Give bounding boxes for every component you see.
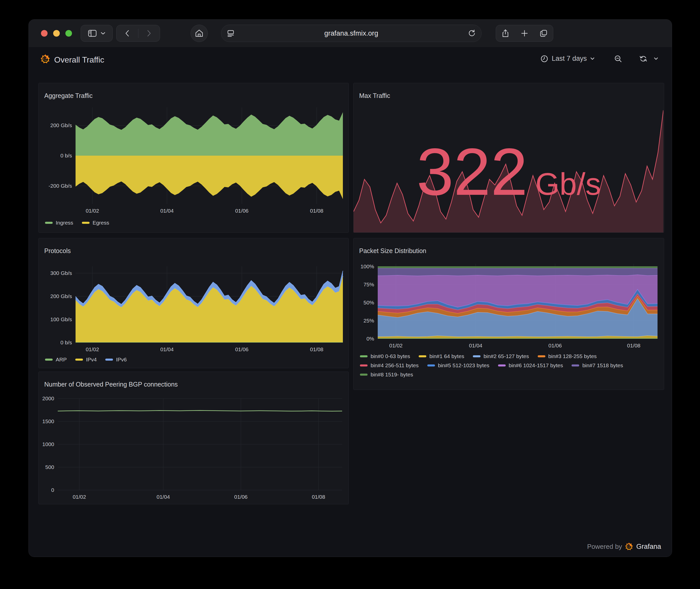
legend-label: bin#4 256-511 bytes <box>371 362 419 369</box>
tab-overview-button[interactable] <box>534 29 553 37</box>
new-tab-button[interactable] <box>515 30 534 37</box>
svg-text:01/08: 01/08 <box>312 494 325 500</box>
panel-title[interactable]: Aggregate Traffic <box>44 92 93 100</box>
legend-color-pill <box>75 359 83 361</box>
legend-color-pill <box>538 355 545 357</box>
home-button[interactable] <box>190 25 208 42</box>
grafana-page: Overall Traffic Last 7 days <box>29 47 672 557</box>
legend-item[interactable]: bin#2 65-127 bytes <box>473 353 529 359</box>
panel-packet-size-distribution: Packet Size Distribution 100%75%50%25%0%… <box>353 238 664 390</box>
powered-by-label: Powered by <box>587 543 622 551</box>
svg-text:01/02: 01/02 <box>86 208 99 214</box>
legend-color-pill <box>45 359 53 361</box>
svg-text:01/08: 01/08 <box>310 208 324 214</box>
forward-button[interactable] <box>138 30 160 37</box>
svg-text:01/04: 01/04 <box>160 346 174 352</box>
url-text[interactable]: grafana.sfmix.org <box>234 29 468 37</box>
reload-icon[interactable] <box>468 29 476 37</box>
browser-window: grafana.sfmix.org <box>28 19 672 557</box>
toolbar-actions <box>496 25 553 42</box>
legend-label: bin#5 512-1023 bytes <box>438 362 489 369</box>
legend-item[interactable]: IPv4 <box>75 357 97 363</box>
panel-protocols: Protocols 300 Gb/s200 Gb/s100 Gb/s0 b/s0… <box>38 238 349 368</box>
legend-color-pill <box>360 374 368 376</box>
svg-text:01/04: 01/04 <box>156 494 170 500</box>
legend-label: ARP <box>56 357 67 363</box>
legend-label: IPv4 <box>86 357 97 363</box>
legend-item[interactable]: ARP <box>45 357 67 363</box>
zoom-out-icon[interactable] <box>614 55 622 62</box>
dashboard-controls: Last 7 days <box>540 55 658 62</box>
svg-text:100%: 100% <box>360 263 374 269</box>
time-range-picker[interactable]: Last 7 days <box>540 55 594 62</box>
svg-text:0 b/s: 0 b/s <box>60 153 72 159</box>
legend-color-pill <box>82 222 90 224</box>
svg-text:0%: 0% <box>367 336 374 342</box>
legend-item[interactable]: Ingress <box>45 220 73 226</box>
page-format-icon[interactable] <box>227 29 234 37</box>
legend-color-pill <box>571 364 579 367</box>
legend-item[interactable]: bin#3 128-255 bytes <box>538 353 597 359</box>
svg-text:01/04: 01/04 <box>160 208 174 214</box>
legend-item[interactable]: bin#1 64 bytes <box>419 353 464 359</box>
svg-text:01/04: 01/04 <box>469 343 483 348</box>
svg-text:1000: 1000 <box>42 441 54 447</box>
legend-item[interactable]: bin#7 1518 bytes <box>571 362 623 369</box>
panel-title[interactable]: Number of Observed Peering BGP connectio… <box>44 381 178 388</box>
legend-item[interactable]: bin#8 1519- bytes <box>360 372 413 378</box>
back-button[interactable] <box>117 30 138 37</box>
plus-icon <box>521 30 528 37</box>
refresh-icon[interactable] <box>639 55 647 62</box>
svg-text:01/06: 01/06 <box>235 208 248 214</box>
dashboard-header: Overall Traffic Last 7 days <box>29 47 672 74</box>
url-bar[interactable]: grafana.sfmix.org <box>221 25 482 42</box>
home-icon <box>195 29 203 37</box>
grafana-logo-icon <box>40 54 50 64</box>
legend-color-pill <box>45 222 53 224</box>
packet-size-chart[interactable]: 100%75%50%25%0%01/0201/0401/0601/08 <box>354 238 664 350</box>
bgp-connections-chart[interactable]: 200015001000500001/0201/0401/0601/08 <box>39 372 348 504</box>
svg-text:01/06: 01/06 <box>234 494 248 500</box>
legend-item[interactable]: bin#4 256-511 bytes <box>360 362 419 369</box>
aggregate-traffic-chart[interactable]: 200 Gb/s0 b/s-200 Gb/s01/0201/0401/0601/… <box>39 83 348 215</box>
svg-text:200 Gb/s: 200 Gb/s <box>50 293 72 299</box>
aggregate-traffic-legend: IngressEgress <box>45 220 109 226</box>
panel-title[interactable]: Protocols <box>44 247 71 254</box>
sidebar-icon <box>88 29 97 37</box>
sidebar-toggle[interactable] <box>80 25 113 42</box>
dashboard-title: Overall Traffic <box>54 55 104 64</box>
legend-item[interactable]: bin#0 0-63 bytes <box>360 353 410 359</box>
minimize-window-button[interactable] <box>53 30 60 37</box>
stat-unit: Gb/s <box>535 166 601 202</box>
refresh-interval-dropdown-icon[interactable] <box>654 57 658 60</box>
chevron-down-icon <box>590 57 594 60</box>
svg-text:2000: 2000 <box>42 395 54 401</box>
legend-label: bin#1 64 bytes <box>429 353 464 359</box>
legend-item[interactable]: bin#6 1024-1517 bytes <box>498 362 563 369</box>
browser-toolbar: grafana.sfmix.org <box>29 20 672 47</box>
svg-text:500: 500 <box>45 464 54 470</box>
legend-item[interactable]: IPv6 <box>105 357 127 363</box>
svg-text:0: 0 <box>51 487 54 493</box>
powered-by-footer[interactable]: Powered by Grafana <box>587 543 661 551</box>
grafana-brand-label: Grafana <box>636 543 661 551</box>
legend-item[interactable]: Egress <box>82 220 109 226</box>
legend-color-pill <box>360 364 368 367</box>
share-button[interactable] <box>496 29 515 37</box>
time-range-label: Last 7 days <box>552 55 587 62</box>
panel-title[interactable]: Packet Size Distribution <box>359 247 426 254</box>
legend-label: bin#0 0-63 bytes <box>371 353 410 359</box>
protocols-chart[interactable]: 300 Gb/s200 Gb/s100 Gb/s0 b/s01/0201/040… <box>39 238 348 354</box>
legend-label: bin#8 1519- bytes <box>371 372 413 378</box>
panel-aggregate-traffic: Aggregate Traffic 200 Gb/s0 b/s-200 Gb/s… <box>38 83 349 233</box>
legend-label: bin#3 128-255 bytes <box>548 353 597 359</box>
close-window-button[interactable] <box>41 30 47 37</box>
panel-max-traffic: Max Traffic 322 Gb/s <box>353 83 664 233</box>
chevron-down-icon <box>101 32 105 35</box>
legend-color-pill <box>498 364 506 367</box>
legend-item[interactable]: bin#5 512-1023 bytes <box>427 362 489 369</box>
max-traffic-stat: 322 Gb/s <box>354 139 664 205</box>
panel-title[interactable]: Max Traffic <box>359 92 390 100</box>
screen: grafana.sfmix.org <box>0 0 700 589</box>
zoom-window-button[interactable] <box>65 30 72 37</box>
